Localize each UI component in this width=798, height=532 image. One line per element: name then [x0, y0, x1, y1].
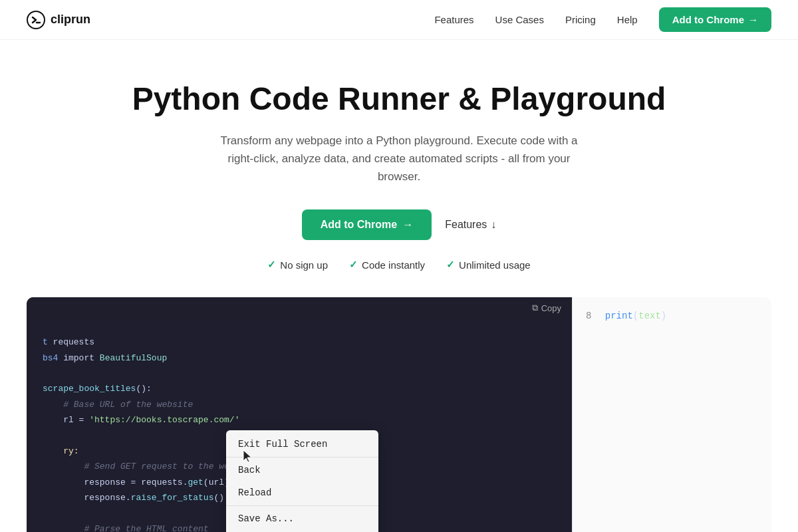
output-func: print	[605, 311, 633, 321]
logo[interactable]: cliprun	[27, 11, 90, 29]
hero-section: Python Code Runner & Playground Transfor…	[0, 40, 798, 297]
nav-add-to-chrome-button[interactable]: Add to Chrome →	[659, 7, 771, 32]
nav-features[interactable]: Features	[434, 14, 473, 25]
navbar: cliprun Features Use Cases Pricing Help …	[0, 0, 798, 40]
copy-button[interactable]: ⧉ Copy	[532, 303, 561, 313]
hero-cta-arrow: →	[402, 219, 413, 231]
nav-cta-label: Add to Chrome	[672, 14, 744, 25]
badge-label-1: No sign up	[280, 259, 328, 271]
ctx-divider-2	[226, 505, 378, 506]
nav-pricing[interactable]: Pricing	[565, 14, 596, 25]
badge-label-3: Unlimited usage	[459, 259, 531, 271]
logo-icon	[27, 11, 45, 29]
ctx-exit-fullscreen[interactable]: Exit Full Screen	[226, 433, 378, 456]
badge-no-signup: ✓ No sign up	[267, 259, 328, 271]
nav-help[interactable]: Help	[617, 14, 638, 25]
hero-actions: Add to Chrome → Features ↓	[27, 209, 771, 240]
copy-label: Copy	[541, 303, 561, 313]
ctx-reload[interactable]: Reload	[226, 481, 378, 504]
features-link-arrow: ↓	[491, 219, 496, 231]
output-code-parens: (	[633, 311, 638, 321]
ctx-back[interactable]: Back	[226, 459, 378, 481]
code-panel-header: ⧉ Copy	[27, 297, 572, 319]
badge-unlimited-usage: ✓ Unlimited usage	[446, 259, 531, 271]
copy-icon: ⧉	[532, 303, 538, 313]
code-editor-panel: ⧉ Copy t requests bs4 import BeautifulSo…	[27, 297, 572, 532]
check-icon-1: ✓	[267, 259, 276, 271]
features-link[interactable]: Features ↓	[445, 219, 496, 231]
ctx-save-as[interactable]: Save As...	[226, 507, 378, 530]
ctx-divider-1	[226, 457, 378, 458]
hero-add-to-chrome-button[interactable]: Add to Chrome →	[302, 209, 432, 240]
check-icon-2: ✓	[349, 259, 358, 271]
hero-badges: ✓ No sign up ✓ Code instantly ✓ Unlimite…	[27, 259, 771, 271]
hero-subtitle: Transform any webpage into a Python play…	[206, 132, 592, 186]
logo-text: cliprun	[51, 13, 90, 27]
output-code-arg: text	[638, 311, 661, 321]
output-panel: 8 print(text) Output Python v3.12.7 Pyod…	[572, 297, 771, 532]
nav-links: Features Use Cases Pricing Help Add to C…	[434, 7, 771, 32]
code-section: ⧉ Copy t requests bs4 import BeautifulSo…	[27, 297, 771, 532]
hero-cta-label: Add to Chrome	[321, 219, 398, 231]
check-icon-3: ✓	[446, 259, 455, 271]
features-link-label: Features	[445, 219, 487, 231]
output-code-close: )	[661, 311, 666, 321]
nav-use-cases[interactable]: Use Cases	[495, 14, 544, 25]
badge-label-2: Code instantly	[362, 259, 425, 271]
context-menu: Exit Full Screen Back Reload Save As... …	[226, 430, 378, 532]
hero-title: Python Code Runner & Playground	[27, 80, 771, 118]
output-code-area: 8 print(text)	[573, 297, 771, 532]
badge-code-instantly: ✓ Code instantly	[349, 259, 425, 271]
nav-cta-arrow: →	[748, 14, 758, 25]
output-line-num: 8	[586, 311, 591, 321]
